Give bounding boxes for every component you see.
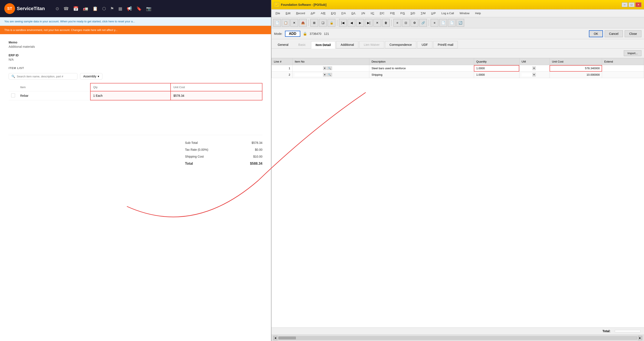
tab-lien-waiver[interactable]: Lien Waiver	[359, 41, 384, 48]
search-box[interactable]: 🔍	[8, 73, 78, 79]
item-no-dropdown-2[interactable]: ▾	[323, 73, 326, 76]
tb-link[interactable]: 🔗	[419, 19, 427, 27]
tb-bullets[interactable]: ≡	[430, 19, 438, 27]
tb-first[interactable]: |◀	[339, 19, 347, 27]
nav-icon-cube[interactable]: ⬡	[102, 6, 106, 11]
nav-icon-truck[interactable]: 🚛	[83, 6, 88, 11]
nav-icon-grid[interactable]: ▦	[118, 6, 122, 11]
menu-eq[interactable]: E/Q	[329, 10, 338, 16]
um-dropdown-2[interactable]: ▾	[532, 73, 536, 76]
tb-refresh[interactable]: 🔄	[456, 19, 464, 27]
item-no-search-2[interactable]: 🔍	[327, 73, 332, 76]
tab-general[interactable]: General	[273, 41, 293, 48]
item-no-input-1[interactable]	[295, 67, 323, 70]
tb-delete[interactable]: ✕	[290, 19, 298, 27]
tb-copy[interactable]: 📋	[282, 19, 290, 27]
menu-file[interactable]: File	[273, 10, 282, 16]
ok-button[interactable]: OK	[589, 30, 603, 37]
menu-edit[interactable]: Edit	[283, 10, 293, 16]
nav-icon-docs[interactable]: 📋	[92, 6, 98, 11]
item-no-search-1[interactable]: 🔍	[327, 66, 332, 70]
nav-icon-bookmark[interactable]: 🔖	[136, 6, 142, 11]
grid-cell-um-1[interactable]: ▾	[519, 65, 550, 72]
menu-ps[interactable]: P/S	[398, 10, 407, 16]
grid-cell-qty-2[interactable]: 1.0000	[474, 72, 519, 78]
nav-icon-camera[interactable]: 📷	[146, 6, 152, 11]
menu-ap[interactable]: A/P	[308, 10, 318, 16]
fw-restore-btn[interactable]: □	[628, 2, 634, 7]
grid-cell-extend-1	[602, 65, 644, 72]
tab-print-email[interactable]: Print/E-mail	[433, 41, 458, 48]
tab-udf[interactable]: UDF	[417, 41, 432, 48]
tb-settings[interactable]: ⚙	[410, 19, 418, 27]
menu-tm[interactable]: T/M	[418, 10, 428, 16]
tb-save[interactable]: 📤	[299, 19, 307, 27]
cancel-button[interactable]: Cancel	[605, 30, 623, 37]
menu-ic[interactable]: I/C	[368, 10, 377, 16]
item-checkbox-cell[interactable]	[8, 91, 18, 100]
scrollbar-thumb[interactable]	[278, 337, 296, 339]
assembly-button[interactable]: Assembly ▾	[80, 73, 102, 79]
tb-window[interactable]: ❏	[319, 19, 327, 27]
scroll-left[interactable]: ◀	[273, 336, 278, 340]
tab-item-detail[interactable]: Item Detail	[311, 41, 335, 49]
item-no-dropdown-1[interactable]: ▾	[323, 66, 326, 70]
grid-cell-cost-2[interactable]: 10.000000	[550, 72, 602, 78]
grid-cell-itemno-2[interactable]: ▾ 🔍	[292, 72, 369, 78]
tb-prev[interactable]: ◀	[348, 19, 355, 27]
tb-doc2[interactable]: 📄	[448, 19, 456, 27]
menu-fa[interactable]: F/A	[339, 10, 348, 16]
import-button[interactable]: Import...	[624, 50, 642, 56]
tab-basic[interactable]: Basic	[294, 41, 310, 48]
menu-up[interactable]: U/P	[429, 10, 438, 16]
grid-row-1[interactable]: 1 ▾ 🔍 Steel bars used to reinforce 1.000…	[272, 65, 644, 72]
search-input[interactable]	[17, 75, 75, 78]
fw-scrollbar[interactable]: ◀ ▶	[272, 335, 644, 341]
menu-record[interactable]: Record	[294, 10, 307, 16]
tb-last[interactable]: ▶|	[365, 19, 372, 27]
menu-sd[interactable]: S/D	[408, 10, 418, 16]
fw-data-grid[interactable]: Line # Item No Description Quantity UM U…	[272, 58, 644, 328]
tab-additional[interactable]: Additional	[336, 41, 358, 48]
menu-help[interactable]: Help	[473, 10, 483, 16]
menu-gl[interactable]: G/L	[349, 10, 358, 16]
nav-icon-calendar[interactable]: 📅	[73, 6, 78, 11]
tb-list[interactable]: ≡	[394, 19, 401, 27]
close-button[interactable]: Close	[625, 30, 642, 37]
grid-cell-qty-1[interactable]: 1.0000	[474, 65, 519, 72]
item-no-input-2[interactable]	[295, 73, 323, 76]
tb-grid[interactable]: ⊞	[310, 19, 318, 27]
nav-icon-search[interactable]: ⊙	[56, 6, 59, 11]
nav-icon-flag[interactable]: ⚑	[110, 6, 114, 11]
tb-new[interactable]: 📄	[273, 19, 281, 27]
menu-pr[interactable]: P/R	[388, 10, 397, 16]
tb-sql[interactable]: ⊡	[402, 19, 410, 27]
tb-close-record[interactable]: ✕	[374, 19, 381, 27]
mode-label: Mode:	[274, 32, 282, 35]
um-dropdown-1[interactable]: ▾	[532, 66, 536, 70]
menu-log-call[interactable]: Log a Call	[439, 10, 456, 16]
scroll-right[interactable]: ▶	[638, 336, 642, 340]
grid-cell-itemno-1[interactable]: ▾ 🔍	[292, 65, 369, 72]
nav-icon-phone[interactable]: ☎	[64, 6, 69, 11]
menu-window[interactable]: Window	[457, 10, 472, 16]
fw-close-btn[interactable]: ✕	[636, 2, 642, 7]
menu-ar[interactable]: A/R	[318, 10, 328, 16]
menu-pc[interactable]: P/C	[378, 10, 387, 16]
tb-next[interactable]: ▶	[356, 19, 364, 27]
grid-row-2[interactable]: 2 ▾ 🔍 Shipping 1.0000 ▾	[272, 72, 644, 78]
scrollbar-track[interactable]	[278, 337, 637, 340]
grid-cell-cost-1[interactable]: 578.340000	[550, 65, 602, 72]
um-input-2[interactable]	[522, 73, 532, 76]
menu-in[interactable]: I/N	[359, 10, 368, 16]
tab-correspondence[interactable]: Correspondence	[385, 41, 416, 48]
item-checkbox[interactable]	[11, 93, 15, 97]
tb-lock[interactable]: 🔒	[328, 19, 335, 27]
tb-trash[interactable]: 🗑	[382, 19, 390, 27]
grid-cell-um-2[interactable]: ▾	[519, 72, 550, 78]
fw-minimize-btn[interactable]: ─	[622, 2, 628, 7]
nav-icon-bell[interactable]: 📢	[127, 6, 132, 11]
um-input-1[interactable]	[522, 67, 532, 70]
st-banner-blue[interactable]: You are seeing sample data in your accou…	[0, 17, 271, 26]
tb-doc1[interactable]: 📄	[439, 19, 447, 27]
